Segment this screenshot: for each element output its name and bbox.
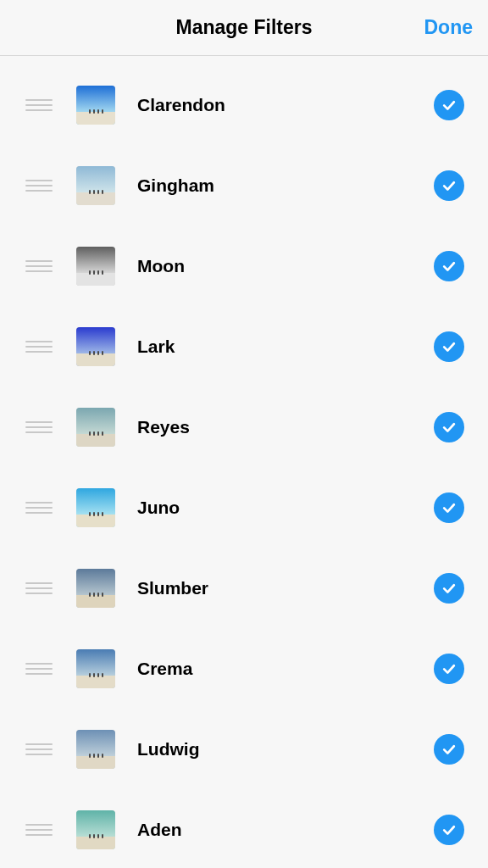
filter-name-label: Reyes — [137, 417, 434, 437]
checkmark-toggle[interactable] — [434, 251, 464, 281]
checkmark-icon — [441, 258, 458, 275]
filter-name-label: Slumber — [137, 578, 434, 598]
checkmark-icon — [441, 97, 458, 114]
filter-thumbnail — [76, 247, 115, 286]
drag-handle-icon[interactable] — [25, 663, 53, 675]
filter-name-label: Clarendon — [137, 95, 434, 115]
done-button[interactable]: Done — [424, 16, 474, 39]
drag-handle-icon[interactable] — [25, 743, 53, 755]
checkmark-toggle[interactable] — [434, 815, 464, 845]
filter-name-label: Aden — [137, 820, 434, 840]
checkmark-toggle[interactable] — [434, 331, 464, 362]
checkmark-icon — [441, 499, 458, 516]
filter-thumbnail — [76, 810, 115, 849]
checkmark-toggle[interactable] — [434, 734, 464, 765]
filter-row: Gingham — [0, 145, 488, 225]
filter-name-label: Juno — [137, 498, 434, 518]
filter-row: Clarendon — [0, 64, 488, 145]
checkmark-toggle[interactable] — [434, 90, 464, 120]
filter-thumbnail — [76, 166, 115, 205]
drag-handle-icon[interactable] — [25, 421, 53, 433]
filter-list: ClarendonGinghamMoonLarkReyesJunoSlumber… — [0, 56, 488, 868]
drag-handle-icon[interactable] — [25, 180, 53, 192]
filter-row: Crema — [0, 628, 488, 709]
filter-thumbnail — [76, 730, 115, 769]
drag-handle-icon[interactable] — [25, 99, 53, 111]
checkmark-icon — [441, 821, 458, 838]
filter-name-label: Lark — [137, 337, 434, 357]
page-title: Manage Filters — [175, 16, 312, 39]
filter-row: Ludwig — [0, 709, 488, 789]
filter-row: Moon — [0, 225, 488, 306]
filter-thumbnail — [76, 408, 115, 447]
checkmark-icon — [441, 660, 458, 677]
filter-row: Reyes — [0, 387, 488, 467]
drag-handle-icon[interactable] — [25, 260, 53, 272]
drag-handle-icon[interactable] — [25, 582, 53, 594]
filter-row: Slumber — [0, 548, 488, 628]
filter-thumbnail — [76, 327, 115, 366]
checkmark-icon — [441, 419, 458, 436]
filter-row: Lark — [0, 306, 488, 387]
drag-handle-icon[interactable] — [25, 341, 53, 353]
checkmark-icon — [441, 580, 458, 597]
filter-thumbnail — [76, 649, 115, 688]
filter-name-label: Ludwig — [137, 739, 434, 760]
checkmark-icon — [441, 338, 458, 355]
checkmark-toggle[interactable] — [434, 412, 464, 442]
checkmark-toggle[interactable] — [434, 170, 464, 201]
filter-name-label: Crema — [137, 659, 434, 679]
filter-name-label: Gingham — [137, 175, 434, 196]
filter-thumbnail — [76, 569, 115, 608]
drag-handle-icon[interactable] — [25, 502, 53, 514]
filter-thumbnail — [76, 86, 115, 125]
filter-thumbnail — [76, 488, 115, 527]
checkmark-toggle[interactable] — [434, 492, 464, 523]
checkmark-icon — [441, 177, 458, 194]
checkmark-toggle[interactable] — [434, 654, 464, 684]
checkmark-icon — [441, 741, 458, 758]
filter-row: Aden — [0, 789, 488, 868]
navbar: Manage Filters Done — [0, 0, 488, 56]
drag-handle-icon[interactable] — [25, 824, 53, 836]
checkmark-toggle[interactable] — [434, 573, 464, 604]
filter-name-label: Moon — [137, 256, 434, 276]
filter-row: Juno — [0, 467, 488, 548]
